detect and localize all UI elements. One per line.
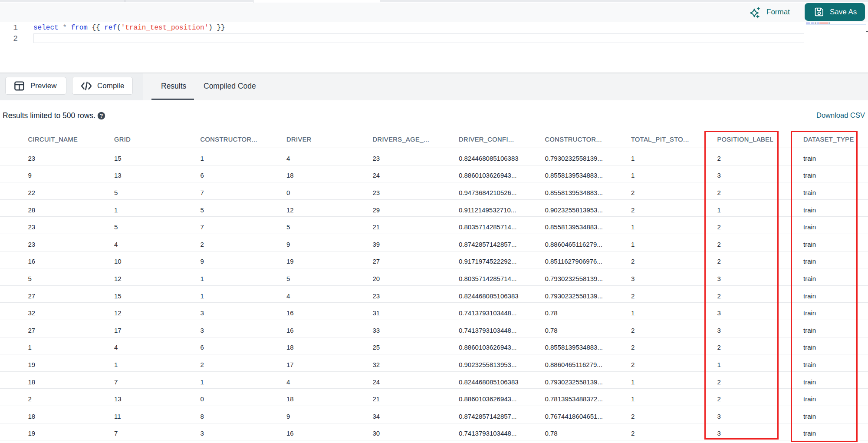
svg-text:?: ? (100, 113, 103, 119)
